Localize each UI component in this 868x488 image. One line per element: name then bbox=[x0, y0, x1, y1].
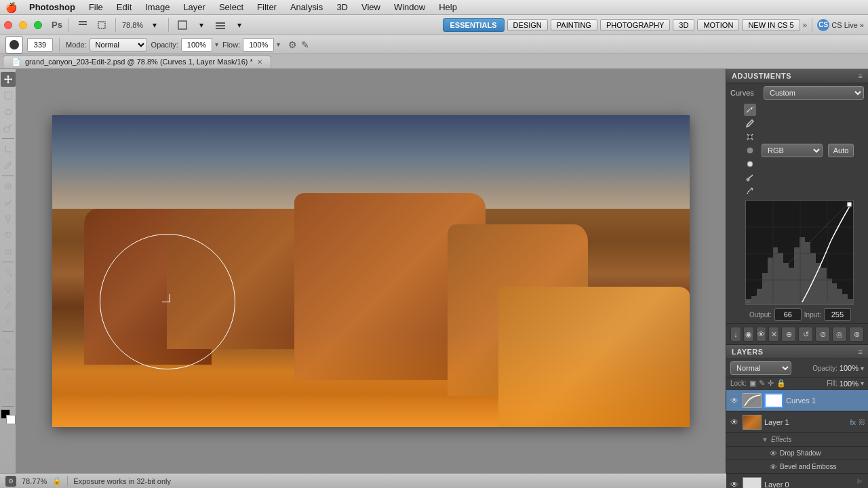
layer-blend-mode-select[interactable]: Normal Multiply Screen Overlay bbox=[730, 361, 791, 375]
crop-tool[interactable] bbox=[1, 142, 16, 157]
mode-select[interactable]: Normal bbox=[90, 38, 147, 52]
canvas-document[interactable] bbox=[52, 115, 690, 427]
pen-tool[interactable] bbox=[1, 298, 16, 312]
menu-image[interactable]: Image bbox=[140, 1, 175, 14]
menu-help[interactable]: Help bbox=[433, 1, 462, 14]
type-tool[interactable]: T bbox=[1, 314, 16, 329]
menu-view[interactable]: View bbox=[356, 1, 386, 14]
opacity-input[interactable]: 100% bbox=[181, 38, 212, 52]
foreground-background-colors[interactable] bbox=[1, 409, 16, 424]
output-value[interactable]: 66 bbox=[774, 308, 802, 321]
workspace-design[interactable]: DESIGN bbox=[507, 19, 548, 31]
curves-auto-button[interactable]: Auto bbox=[828, 144, 854, 157]
extras-icon[interactable] bbox=[213, 18, 228, 33]
brush-size-input[interactable]: 339 bbox=[27, 38, 53, 52]
fill-value[interactable]: 100% bbox=[840, 380, 859, 388]
lock-transparent-icon[interactable]: ▣ bbox=[749, 379, 756, 388]
move-tool-opt-icon[interactable] bbox=[75, 18, 90, 33]
lock-all-icon[interactable]: 🔒 bbox=[776, 379, 786, 388]
workspace-more-icon[interactable]: » bbox=[803, 20, 808, 30]
close-window-button[interactable] bbox=[4, 21, 12, 29]
layers-panel-menu-icon[interactable]: ≡ bbox=[859, 348, 863, 356]
tab-close-button[interactable]: ✕ bbox=[257, 58, 262, 66]
curves-preset-select[interactable]: Custom bbox=[764, 86, 864, 100]
extras-dropdown-icon[interactable]: ▾ bbox=[232, 18, 247, 33]
adjustments-panel-menu-icon[interactable]: ≡ bbox=[859, 72, 863, 80]
lasso-tool[interactable] bbox=[1, 104, 16, 119]
delete-adj-button[interactable]: ✕ bbox=[768, 327, 779, 342]
flow-input[interactable]: 100% bbox=[243, 38, 274, 52]
workspace-new-cs5[interactable]: NEW IN CS 5 bbox=[742, 19, 800, 31]
lock-image-pixels-icon[interactable]: ✎ bbox=[759, 379, 765, 388]
document-tab[interactable]: 📄 grand_canyon_203-Edit-2.psd @ 78.8% (C… bbox=[3, 56, 271, 68]
eraser-tool[interactable] bbox=[1, 244, 16, 259]
quick-selection-tool[interactable] bbox=[1, 121, 16, 136]
workspace-motion[interactable]: MOTION bbox=[697, 19, 739, 31]
apple-menu-icon[interactable]: 🍎 bbox=[5, 2, 17, 13]
eyedropper-tool[interactable] bbox=[1, 158, 16, 173]
layer-fx-icon[interactable]: fx bbox=[850, 418, 856, 426]
layer-row-layer1[interactable]: 👁 Layer 1 fx ⛓ bbox=[726, 411, 868, 433]
maximize-window-button[interactable] bbox=[34, 21, 42, 29]
adj-extra-5[interactable]: ⊗ bbox=[849, 327, 864, 342]
opacity-arrow-icon[interactable]: ▾ bbox=[861, 365, 864, 372]
adj-extra-1[interactable]: ⊕ bbox=[781, 327, 796, 342]
zoom-tool[interactable] bbox=[1, 388, 16, 403]
airbrush-toggle-icon[interactable]: ⚙ bbox=[288, 39, 297, 50]
curves-pencil-tool[interactable] bbox=[744, 117, 756, 129]
background-color-swatch[interactable] bbox=[6, 415, 16, 424]
custom-shape-tool[interactable] bbox=[1, 351, 16, 366]
view-prev-button[interactable]: ◉ bbox=[743, 327, 754, 342]
curves-graph[interactable] bbox=[745, 200, 854, 305]
cs-live-icon[interactable]: CS bbox=[817, 19, 829, 31]
layer-row-curves1[interactable]: 👁 Curves 1 bbox=[726, 390, 868, 411]
curves-reset[interactable] bbox=[744, 185, 756, 197]
minimize-window-button[interactable] bbox=[19, 21, 27, 29]
arrange-icon[interactable]: ▾ bbox=[194, 18, 209, 33]
screen-mode-icon[interactable] bbox=[175, 18, 190, 33]
rgb-channel-select[interactable]: RGB Red Green Blue bbox=[762, 144, 823, 157]
quick-mask-mode[interactable] bbox=[1, 426, 16, 441]
move-tool[interactable] bbox=[1, 72, 16, 87]
menu-window[interactable]: Window bbox=[389, 1, 431, 14]
input-value[interactable]: 255 bbox=[824, 308, 851, 321]
tablet-pressure-icon[interactable]: ✎ bbox=[301, 39, 309, 50]
opacity-expand-icon[interactable]: ▾ bbox=[215, 41, 218, 48]
flow-expand-icon[interactable]: ▾ bbox=[277, 41, 280, 48]
history-brush-tool[interactable] bbox=[1, 228, 16, 243]
opacity-ctrl-value[interactable]: 100% bbox=[840, 364, 859, 372]
adj-extra-3[interactable]: ⊘ bbox=[815, 327, 830, 342]
lock-position-icon[interactable]: ✛ bbox=[768, 379, 774, 388]
clone-stamp-tool[interactable] bbox=[1, 211, 16, 226]
menu-filter[interactable]: Filter bbox=[252, 1, 282, 14]
marquee-icon[interactable] bbox=[94, 18, 109, 33]
workspace-3d[interactable]: 3D bbox=[673, 19, 694, 31]
effects-collapse-icon[interactable]: ▼ bbox=[762, 436, 768, 443]
status-more-button[interactable]: ▶ bbox=[857, 476, 863, 485]
menu-select[interactable]: Select bbox=[214, 1, 249, 14]
menu-layer[interactable]: Layer bbox=[178, 1, 211, 14]
curves-point-tool[interactable] bbox=[744, 104, 756, 116]
curves-sample-midtones[interactable] bbox=[744, 144, 756, 157]
curves-on-image-adj[interactable] bbox=[744, 171, 756, 184]
adj-extra-2[interactable]: ↺ bbox=[798, 327, 813, 342]
workspace-essentials[interactable]: ESSENTIALS bbox=[443, 18, 505, 32]
effect-visibility-bevel-emboss[interactable]: 👁 bbox=[770, 463, 777, 471]
curves-sample-highlights[interactable] bbox=[744, 158, 756, 170]
fill-arrow-icon[interactable]: ▾ bbox=[861, 380, 864, 387]
zoom-dropdown-icon[interactable]: ▾ bbox=[147, 18, 162, 33]
brush-preview[interactable] bbox=[5, 36, 23, 54]
menu-edit[interactable]: Edit bbox=[111, 1, 137, 14]
healing-brush-tool[interactable] bbox=[1, 179, 16, 194]
clip-to-layer-button[interactable]: ↓ bbox=[730, 327, 741, 342]
effect-row-bevel-emboss[interactable]: 👁 Bevel and Emboss bbox=[726, 460, 868, 474]
menu-analysis[interactable]: Analysis bbox=[285, 1, 328, 14]
workspace-painting[interactable]: PAINTING bbox=[551, 19, 597, 31]
adj-extra-4[interactable]: ◎ bbox=[832, 327, 847, 342]
workspace-photography[interactable]: PHOTOGRAPHY bbox=[600, 19, 670, 31]
layer-visibility-layer1[interactable]: 👁 bbox=[729, 417, 740, 428]
cs-live-label[interactable]: CS Live » bbox=[831, 21, 864, 29]
curves-sample-shadows[interactable] bbox=[744, 131, 756, 143]
effects-group-row[interactable]: ▼ Effects bbox=[726, 433, 868, 447]
paint-bucket-tool[interactable] bbox=[1, 265, 16, 280]
